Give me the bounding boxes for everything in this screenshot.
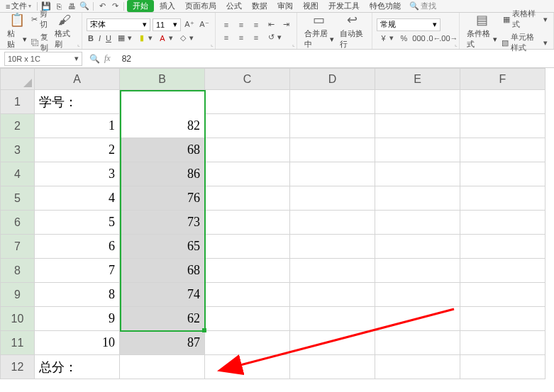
cell[interactable]: [290, 90, 375, 114]
cell[interactable]: 86: [120, 162, 205, 186]
cell[interactable]: [460, 283, 545, 307]
cell[interactable]: [290, 162, 375, 186]
col-header-f[interactable]: F: [460, 69, 545, 90]
redo-icon[interactable]: ↷: [109, 1, 121, 11]
row-header[interactable]: 11: [1, 331, 35, 355]
table-style-button[interactable]: ▦表格样式▾: [500, 8, 549, 30]
cell[interactable]: 1: [35, 114, 120, 138]
align-right-button[interactable]: ≡: [250, 32, 262, 43]
cell[interactable]: [460, 90, 545, 114]
cell[interactable]: [205, 90, 290, 114]
cell[interactable]: [290, 355, 375, 379]
cell[interactable]: [290, 114, 375, 138]
cell[interactable]: 65: [120, 235, 205, 259]
group-launcher-icon[interactable]: ⌞: [455, 41, 458, 47]
undo-icon[interactable]: ↶: [96, 1, 108, 11]
cell[interactable]: [375, 138, 460, 162]
cell[interactable]: [375, 162, 460, 186]
cell[interactable]: [375, 355, 460, 379]
cell[interactable]: [375, 331, 460, 355]
cell[interactable]: [375, 259, 460, 283]
cell[interactable]: [460, 307, 545, 331]
cell[interactable]: [205, 355, 290, 379]
cell[interactable]: [290, 211, 375, 235]
cut-button[interactable]: ✂剪切: [30, 8, 52, 30]
tab-insert[interactable]: 插入: [155, 1, 179, 11]
cell[interactable]: [120, 355, 205, 379]
cell[interactable]: [460, 355, 545, 379]
cell[interactable]: [375, 235, 460, 259]
percent-button[interactable]: %: [397, 33, 410, 44]
row-header[interactable]: 4: [1, 162, 35, 186]
cell[interactable]: [460, 235, 545, 259]
increase-font-button[interactable]: A⁺: [183, 19, 196, 30]
tab-view[interactable]: 视图: [299, 1, 323, 11]
cell[interactable]: [205, 307, 290, 331]
cell[interactable]: 74: [120, 283, 205, 307]
fill-color-button[interactable]: ▮▾: [135, 33, 154, 44]
cell[interactable]: [205, 138, 290, 162]
search-box[interactable]: 🔍 查找: [409, 1, 436, 11]
font-size-select[interactable]: 11▾: [153, 18, 181, 31]
cell[interactable]: 8: [35, 283, 120, 307]
tab-start[interactable]: 开始: [127, 0, 154, 12]
cell[interactable]: 73: [120, 211, 205, 235]
group-launcher-icon[interactable]: ⌞: [292, 41, 295, 47]
decimal-dec-button[interactable]: .00→: [442, 33, 455, 44]
cell[interactable]: [205, 211, 290, 235]
merge-center-button[interactable]: ▭ 合并居中▾: [301, 11, 337, 51]
cell[interactable]: [290, 138, 375, 162]
tab-special[interactable]: 特色功能: [365, 1, 405, 11]
cell[interactable]: [375, 114, 460, 138]
row-header[interactable]: 6: [1, 211, 35, 235]
cell[interactable]: 6: [35, 235, 120, 259]
cell[interactable]: 76: [120, 186, 205, 211]
align-center-button[interactable]: ≡: [235, 32, 248, 43]
row-header[interactable]: 3: [1, 138, 35, 162]
cell[interactable]: 68: [120, 259, 205, 283]
cell[interactable]: 5: [35, 211, 120, 235]
font-color-button[interactable]: A▾: [156, 33, 174, 44]
cell[interactable]: [205, 114, 290, 138]
cell[interactable]: [375, 211, 460, 235]
cell[interactable]: [375, 307, 460, 331]
col-header-a[interactable]: A: [35, 69, 120, 90]
cell[interactable]: [205, 283, 290, 307]
cell[interactable]: 82: [120, 114, 205, 138]
cell[interactable]: 2: [35, 138, 120, 162]
italic-button[interactable]: I: [97, 33, 102, 43]
cell[interactable]: 62: [120, 307, 205, 331]
row-header[interactable]: 10: [1, 307, 35, 331]
cell[interactable]: 68: [120, 138, 205, 162]
tab-page-layout[interactable]: 页面布局: [181, 1, 221, 11]
decrease-font-button[interactable]: A⁻: [198, 19, 211, 30]
cell-a1[interactable]: 学号：: [35, 90, 120, 114]
col-header-e[interactable]: E: [375, 69, 460, 90]
cell[interactable]: [460, 331, 545, 355]
cell[interactable]: [460, 186, 545, 211]
bold-button[interactable]: B: [87, 33, 95, 43]
cell-a12[interactable]: 总分：: [35, 355, 120, 379]
cell[interactable]: [375, 283, 460, 307]
clear-format-button[interactable]: ◇▾: [177, 33, 195, 44]
cell[interactable]: 10: [35, 331, 120, 355]
cell[interactable]: [290, 283, 375, 307]
tab-dev-tools[interactable]: 开发工具: [324, 1, 364, 11]
number-format-select[interactable]: 常规▾: [377, 18, 441, 31]
cell-b1[interactable]: 分数：: [120, 90, 205, 114]
fx-icon[interactable]: fx: [104, 53, 111, 64]
tab-formula[interactable]: 公式: [222, 1, 246, 11]
cell[interactable]: [375, 90, 460, 114]
cell[interactable]: [460, 211, 545, 235]
cell[interactable]: [205, 259, 290, 283]
cell[interactable]: [460, 114, 545, 138]
cell[interactable]: [290, 331, 375, 355]
paste-button[interactable]: 📋 粘贴▾: [4, 8, 30, 54]
cell[interactable]: 87: [120, 331, 205, 355]
cell[interactable]: [290, 235, 375, 259]
row-header[interactable]: 5: [1, 186, 35, 211]
group-launcher-icon[interactable]: ⌞: [211, 41, 214, 47]
cell[interactable]: 3: [35, 162, 120, 186]
cell[interactable]: [460, 138, 545, 162]
border-button[interactable]: ▦▾: [115, 33, 133, 44]
